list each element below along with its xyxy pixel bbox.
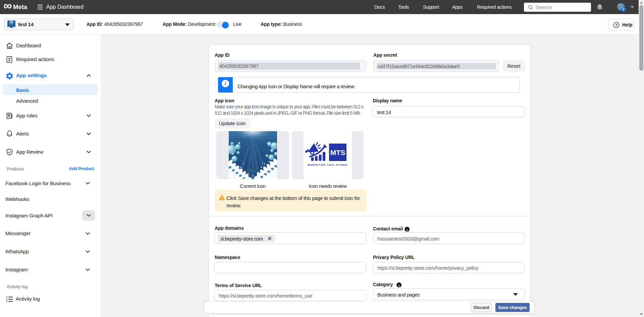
svg-text:∞: ∞ (4, 3, 12, 11)
svg-text:?: ? (615, 23, 618, 27)
svg-text:MARKETING TOOL STUDIO: MARKETING TOOL STUDIO (308, 164, 347, 166)
svg-text:MTS: MTS (330, 149, 345, 156)
svg-text:Meta: Meta (13, 3, 28, 10)
